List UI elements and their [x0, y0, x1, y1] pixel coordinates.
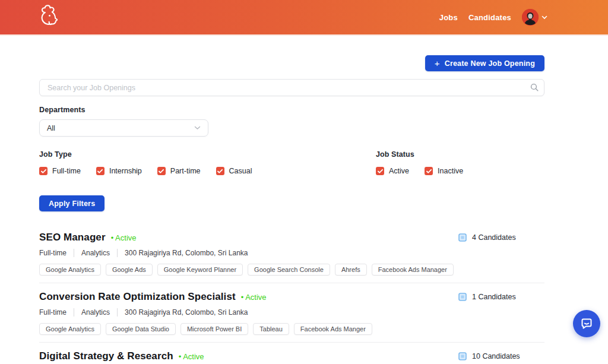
job-candidates[interactable]: 1 Candidates — [458, 293, 516, 301]
app-header: Jobs Candidates — [0, 0, 608, 36]
job-status-badge: Active — [179, 352, 204, 361]
job-status-filter: Job Status Active Inactive — [376, 150, 463, 175]
job-status-label: Job Status — [376, 150, 463, 159]
job-candidates-count: 4 Candidates — [472, 233, 516, 242]
checkbox-internship[interactable]: Internship — [96, 167, 142, 175]
chat-launcher-button[interactable] — [573, 310, 600, 337]
job-list: SEO Manager Active 4 Candidates Full-tim… — [39, 224, 544, 364]
chevron-down-icon — [542, 15, 547, 20]
job-title[interactable]: SEO Manager — [39, 232, 106, 243]
job-meta-item: 300 Rajagiriya Rd, Colombo, Sri Lanka — [117, 249, 248, 257]
job-tag: Ahrefs — [335, 264, 367, 276]
job-tag: Tableau — [253, 323, 289, 335]
search-bar — [39, 79, 544, 96]
nav-jobs[interactable]: Jobs — [439, 13, 458, 22]
search-input[interactable] — [39, 79, 544, 96]
job-tag: Google Ads — [106, 264, 153, 276]
checkbox-checked-icon[interactable] — [157, 167, 166, 175]
candidates-icon — [458, 352, 467, 360]
nav-candidates[interactable]: Candidates — [468, 13, 511, 22]
job-status-badge: Active — [111, 233, 137, 242]
chevron-down-icon — [194, 126, 201, 130]
job-listing: SEO Manager Active 4 Candidates Full-tim… — [39, 224, 544, 283]
job-meta-item: Analytics — [74, 249, 110, 257]
job-tag: Google Search Console — [248, 264, 330, 276]
create-job-button[interactable]: + Create New Job Opening — [425, 55, 544, 71]
plus-icon: + — [435, 59, 440, 68]
user-menu[interactable] — [522, 9, 547, 26]
job-tag: Google Keyword Planner — [157, 264, 243, 276]
job-meta: Full-timeAnalytics300 Rajagiriya Rd, Col… — [39, 308, 544, 316]
avatar[interactable] — [522, 9, 539, 26]
job-tags: Google AnalyticsGoogle AdsGoogle Keyword… — [39, 264, 544, 276]
job-tag: Microsoft Power BI — [180, 323, 248, 335]
checkbox-casual[interactable]: Casual — [216, 167, 252, 175]
job-listing: Conversion Rate Optimization Specialist … — [39, 283, 544, 343]
checkbox-checked-icon[interactable] — [39, 167, 48, 175]
job-meta-item: Analytics — [74, 308, 110, 316]
rooster-logo-icon[interactable] — [34, 4, 61, 30]
job-type-filter: Job Type Full-time Internship Part-time … — [39, 150, 544, 175]
candidates-icon — [458, 233, 467, 242]
job-candidates-count: 10 Candidates — [472, 352, 520, 360]
job-tag: Google Data Studio — [106, 323, 176, 335]
job-meta-item: Full-time — [39, 249, 66, 257]
checkbox-full-time[interactable]: Full-time — [39, 167, 81, 175]
job-tag: Google Analytics — [39, 323, 101, 335]
checkbox-checked-icon[interactable] — [425, 167, 433, 175]
job-meta: Full-timeAnalytics300 Rajagiriya Rd, Col… — [39, 249, 544, 257]
departments-selected-value: All — [47, 124, 55, 132]
apply-filters-label: Apply Filters — [49, 200, 95, 208]
job-meta-item: Full-time — [39, 308, 66, 316]
header-nav: Jobs Candidates — [439, 9, 547, 26]
job-tags: Google AnalyticsGoogle Data StudioMicros… — [39, 323, 544, 335]
apply-filters-button[interactable]: Apply Filters — [39, 195, 104, 211]
candidates-icon — [458, 293, 467, 301]
job-listing: Digital Strategy & Research Active 10 Ca… — [39, 343, 544, 364]
departments-select[interactable]: All — [39, 119, 208, 137]
chat-bubble-icon — [580, 316, 594, 331]
create-job-button-label: Create New Job Opening — [445, 59, 535, 68]
job-tag: Google Analytics — [39, 264, 101, 276]
search-icon — [530, 83, 539, 91]
job-status-badge: Active — [241, 293, 267, 302]
checkbox-part-time[interactable]: Part-time — [157, 167, 201, 175]
job-meta-item: 300 Rajagiriya Rd, Colombo, Sri Lanka — [117, 308, 248, 316]
job-title[interactable]: Conversion Rate Optimization Specialist — [39, 291, 236, 303]
job-candidates[interactable]: 4 Candidates — [458, 233, 516, 242]
checkbox-checked-icon[interactable] — [216, 167, 224, 175]
checkbox-active[interactable]: Active — [376, 167, 409, 175]
job-type-label: Job Type — [39, 150, 544, 159]
job-title[interactable]: Digital Strategy & Research — [39, 350, 173, 362]
job-tag: Facebook Ads Manger — [294, 323, 372, 335]
job-tag: Facebook Ads Manager — [372, 264, 454, 276]
job-candidates[interactable]: 10 Candidates — [458, 352, 520, 360]
checkbox-inactive[interactable]: Inactive — [425, 167, 463, 175]
checkbox-checked-icon[interactable] — [376, 167, 384, 175]
job-candidates-count: 1 Candidates — [472, 293, 516, 301]
checkbox-checked-icon[interactable] — [96, 167, 104, 175]
departments-label: Departments — [39, 106, 544, 114]
